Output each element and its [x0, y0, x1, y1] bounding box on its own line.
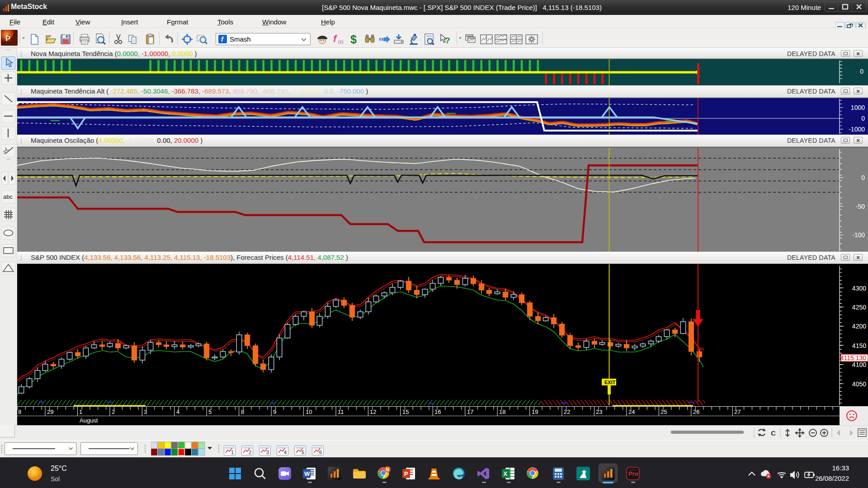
svg-text:5: 5	[208, 408, 212, 415]
svg-text:P: P	[404, 470, 408, 477]
svg-text:8: 8	[18, 408, 21, 415]
svg-text:10: 10	[306, 408, 312, 415]
svg-text:W: W	[304, 470, 310, 477]
svg-text:25: 25	[660, 408, 667, 415]
svg-text:-100: -100	[852, 231, 865, 239]
svg-text:23: 23	[596, 408, 602, 415]
svg-text:0: 0	[861, 174, 865, 181]
svg-text:f: f	[333, 33, 338, 44]
svg-text:4115.130: 4115.130	[840, 354, 867, 361]
svg-text:16: 16	[434, 408, 441, 415]
svg-text:P: P	[5, 34, 10, 43]
svg-text:17: 17	[467, 408, 473, 415]
svg-text:5: 5	[302, 450, 304, 455]
svg-text:11: 11	[338, 408, 344, 415]
svg-text:4050: 4050	[852, 380, 866, 388]
svg-text:22: 22	[564, 408, 570, 415]
svg-text:9: 9	[273, 408, 276, 415]
svg-text:4200: 4200	[852, 323, 866, 330]
svg-text:6: 6	[319, 450, 322, 455]
svg-text:2: 2	[249, 450, 251, 455]
svg-text:19: 19	[532, 408, 538, 415]
svg-text:18: 18	[499, 408, 505, 415]
svg-text:26: 26	[693, 408, 699, 415]
svg-text:4100: 4100	[852, 361, 866, 368]
svg-text:(x): (x)	[338, 39, 344, 44]
svg-text:4300: 4300	[852, 285, 866, 292]
svg-text:EXIT: EXIT	[604, 380, 616, 385]
svg-text:Pro: Pro	[628, 470, 638, 477]
svg-text:27: 27	[734, 408, 741, 415]
svg-text:4150: 4150	[852, 342, 866, 349]
svg-text:0: 0	[860, 68, 863, 75]
svg-text:August: August	[80, 417, 98, 424]
svg-text:24: 24	[628, 408, 635, 415]
svg-text:1000: 1000	[851, 104, 865, 111]
svg-text:4250: 4250	[852, 304, 866, 311]
svg-text:4: 4	[284, 450, 287, 455]
svg-text:0: 0	[861, 115, 865, 122]
svg-text:8: 8	[241, 408, 244, 415]
svg-text:-50: -50	[856, 203, 865, 210]
svg-text:1: 1	[231, 450, 234, 455]
svg-text:3: 3	[144, 408, 147, 415]
svg-text:$: $	[350, 33, 357, 45]
svg-text:12: 12	[370, 408, 376, 415]
svg-text:3: 3	[266, 450, 269, 455]
svg-text:-1000: -1000	[849, 126, 865, 133]
svg-text:1: 1	[79, 408, 82, 415]
svg-text:2: 2	[112, 408, 115, 415]
svg-text:29: 29	[47, 408, 53, 415]
svg-text:?: ?	[445, 36, 450, 45]
svg-text:X: X	[504, 470, 508, 477]
svg-text:C: C	[771, 429, 776, 437]
svg-text:4: 4	[176, 408, 179, 415]
svg-text:N: N	[386, 467, 389, 472]
svg-text:15: 15	[402, 408, 409, 415]
